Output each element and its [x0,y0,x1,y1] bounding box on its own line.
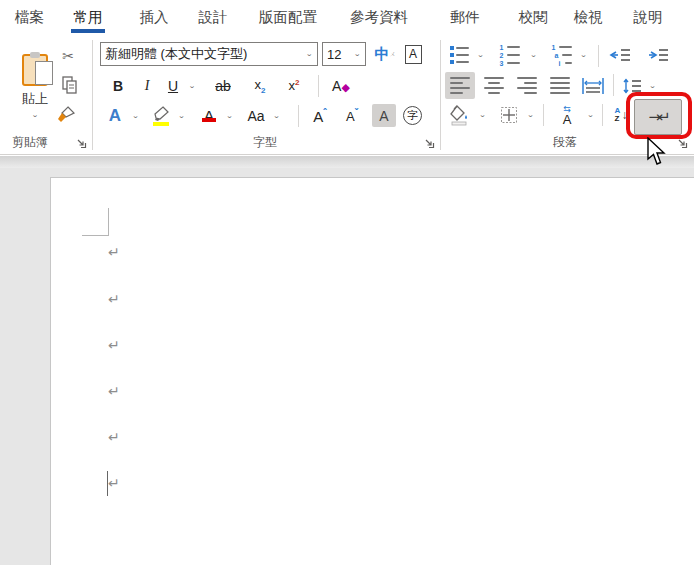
paste-button[interactable]: 貼上 [12,42,58,132]
chevron-down-icon [477,51,485,59]
tab-mailings[interactable]: 郵件 [448,6,482,32]
format-painter-button[interactable] [54,103,78,127]
align-right-button[interactable] [513,72,541,99]
borders-dropdown[interactable] [524,102,537,128]
font-color-button[interactable]: A [196,103,222,128]
tab-references[interactable]: 參考資料 [346,6,412,32]
chevron-down-icon [31,111,39,119]
show-hide-marks-button[interactable]: →↵ [634,99,682,135]
underline-button[interactable]: U [162,73,184,98]
strikethrough-icon: ab [215,78,231,94]
chevron-down-icon [178,112,186,120]
paragraph-mark: ↵ [108,474,124,492]
asian-layout-icon: ⇆ A [563,105,572,126]
decrease-indent-button[interactable] [606,43,634,67]
underline-icon: U [168,78,178,94]
text-cursor-caret [107,471,108,496]
text-highlight-dropdown[interactable] [175,103,188,128]
ribbon: 貼上 ✂ 剪貼簿 新細明體 (本文中文字型) 12 中 ㄨ A [0,35,694,155]
line-spacing-button[interactable] [619,72,645,99]
change-case-icon: Aa [247,108,264,124]
tab-insert[interactable]: 插入 [137,6,171,32]
numbering-dropdown[interactable] [527,43,540,67]
character-shading-button[interactable]: A [372,104,396,127]
chevron-down-icon [305,50,313,58]
enclose-characters-icon: 字 [403,106,422,125]
change-case-dropdown[interactable] [270,103,283,128]
borders-button[interactable] [495,102,523,128]
character-border-button[interactable]: A [402,43,424,65]
font-name-combobox[interactable]: 新細明體 (本文中文字型) [100,42,318,66]
align-left-button[interactable] [445,72,475,99]
increase-indent-button[interactable] [644,43,672,67]
paint-bucket-icon [448,104,470,126]
bullets-button[interactable] [447,43,471,67]
font-dialog-launcher-icon[interactable] [423,137,436,150]
enclose-characters-button[interactable]: 字 [400,103,425,128]
bullets-dropdown[interactable] [474,43,487,67]
shrink-font-button[interactable]: Aˇ [338,103,366,128]
bullet-list-icon [450,46,469,64]
font-color-dropdown[interactable] [223,103,236,128]
text-effects-button[interactable]: A [102,103,128,128]
character-shading-icon: A [379,108,388,124]
tab-view[interactable]: 檢視 [571,6,605,32]
chevron-down-icon [226,112,234,120]
tab-home[interactable]: 常用 [71,6,105,32]
tab-help[interactable]: 說明 [631,6,665,32]
phonetic-guide-button[interactable]: 中 ㄨ [372,42,398,66]
chevron-down-icon [188,82,196,90]
font-size-combobox[interactable]: 12 [322,42,366,66]
shrink-font-icon: Aˇ [346,107,358,124]
clear-formatting-button[interactable]: A◆ [326,73,356,98]
tab-review[interactable]: 校閱 [516,6,550,32]
font-group-label: 字型 [205,134,325,152]
font-size-value: 12 [327,47,341,62]
subscript-icon: x2 [255,77,266,95]
document-page[interactable]: ↵ ↵ ↵ ↵ ↵ ↵ [50,177,694,565]
tab-layout[interactable]: 版面配置 [255,6,321,32]
tab-design[interactable]: 設計 [196,6,230,32]
superscript-button[interactable]: x2 [280,73,308,98]
bold-button[interactable]: B [106,73,130,98]
copy-button[interactable] [58,73,82,97]
multilevel-dropdown[interactable] [577,43,590,67]
ribbon-tab-bar: 檔案 常用 插入 設計 版面配置 參考資料 郵件 校閱 檢視 說明 [0,0,694,35]
chevron-down-icon [580,51,588,59]
numbering-button[interactable]: 1 2 3 [496,43,522,67]
asian-layout-dropdown[interactable] [584,102,597,128]
shading-button[interactable] [445,102,473,128]
sort-button[interactable]: AZ ↓ [608,102,634,128]
clipboard-dialog-launcher-icon[interactable] [75,137,88,150]
italic-button[interactable]: I [136,73,158,98]
margin-corner-mark [82,235,109,236]
justify-button[interactable] [546,72,574,99]
grow-font-button[interactable]: Aˆ [306,103,334,128]
line-spacing-dropdown[interactable] [646,72,659,99]
align-center-button[interactable] [480,72,508,99]
asian-layout-button[interactable]: ⇆ A [551,102,583,128]
clear-formatting-icon: A◆ [332,78,350,94]
strikethrough-button[interactable]: ab [208,73,238,98]
chevron-down-icon [649,82,657,90]
tab-file[interactable]: 檔案 [13,6,46,32]
subscript-button[interactable]: x2 [246,73,274,98]
change-case-button[interactable]: Aa [242,103,270,128]
increase-indent-icon [647,47,669,63]
underline-dropdown[interactable] [185,73,199,98]
distribute-text-button[interactable] [578,72,608,99]
align-left-icon [450,77,470,94]
cut-button[interactable]: ✂ [56,44,80,68]
show-hide-marks-icon: →↵ [648,108,667,126]
text-highlight-button[interactable] [148,103,174,128]
text-effects-dropdown[interactable] [129,103,142,128]
copy-icon [62,76,78,94]
multilevel-list-button[interactable]: 1 a i [548,43,574,67]
grow-font-icon: Aˆ [313,107,326,125]
shading-dropdown[interactable] [476,102,489,128]
numbered-list-icon: 1 2 3 [499,44,520,67]
chevron-down-icon [273,112,281,120]
align-center-icon [484,77,504,94]
distribute-text-icon [581,77,605,95]
paragraph-dialog-launcher-icon[interactable] [676,137,689,150]
